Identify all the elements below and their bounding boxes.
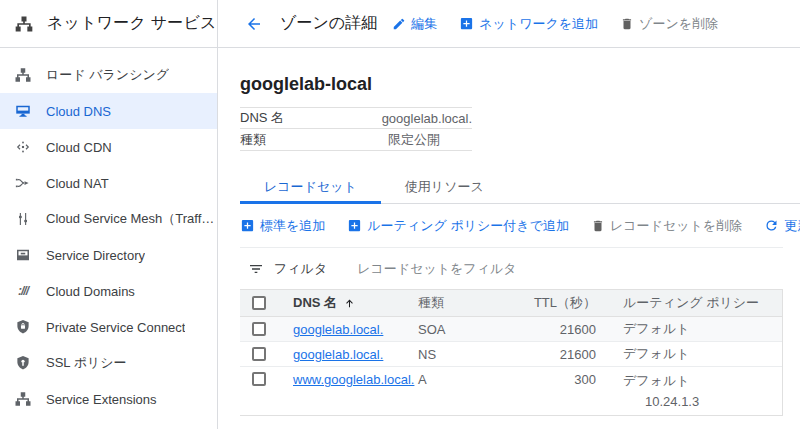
content-area: googlelab-local DNS 名 googlelab.local. 種… — [218, 48, 800, 429]
record-ttl: 21600 — [516, 322, 596, 337]
record-routing-policy-cell: デフォルト 10.24.1.3 — [596, 372, 782, 409]
sidebar-item-private-service-connect[interactable]: Private Service Connect — [0, 309, 217, 345]
network-services-icon — [14, 14, 34, 34]
record-data-value: 10.24.1.3 — [623, 394, 782, 409]
filter-label: フィルタ — [274, 260, 327, 278]
add-network-button-label: ネットワークを追加 — [479, 15, 598, 33]
record-routing-policy: デフォルト — [596, 345, 782, 363]
add-standard-label: 標準を追加 — [260, 217, 325, 235]
sidebar-item-label: Cloud DNS — [46, 104, 111, 119]
column-header-ttl[interactable]: TTL（秒） — [516, 294, 596, 312]
record-routing-policy: デフォルト — [596, 320, 782, 338]
sidebar-item-label: Private Service Connect — [46, 320, 185, 335]
tab-bar: レコードセット 使用リソース — [240, 170, 800, 204]
main-area: ゾーンの詳細 編集 ネットワークを追加 ゾーンを削除 googlelab-loc… — [218, 0, 800, 429]
load-balancing-icon — [14, 66, 32, 84]
refresh-label: 更新 — [784, 217, 800, 235]
back-button[interactable] — [245, 15, 263, 33]
delete-record-set-label: レコードセットを削除 — [610, 217, 742, 235]
sidebar-item-label: Cloud CDN — [46, 140, 112, 155]
sidebar-header: ネットワーク サービス — [0, 0, 217, 48]
record-type: A — [418, 372, 516, 387]
column-header-routing-policy[interactable]: ルーティング ポリシー — [596, 294, 782, 312]
delete-zone-button[interactable]: ゾーンを削除 — [620, 15, 718, 33]
topbar: ゾーンの詳細 編集 ネットワークを追加 ゾーンを削除 — [218, 0, 800, 48]
sort-ascending-icon — [344, 297, 355, 310]
record-ttl: 300 — [516, 372, 596, 387]
sidebar-item-label: SSL ポリシー — [46, 354, 127, 372]
detail-row-dns-name: DNS 名 googlelab.local. — [240, 107, 472, 129]
sidebar-nav: ロード バランシング Cloud DNS Cloud CDN Cloud NAT — [0, 48, 217, 417]
cloud-dns-icon — [14, 102, 32, 120]
tab-in-use-by[interactable]: 使用リソース — [381, 170, 508, 203]
filter-input-placeholder[interactable]: レコードセットをフィルタ — [357, 260, 516, 278]
edit-button[interactable]: 編集 — [392, 15, 437, 33]
add-box-icon — [347, 218, 362, 233]
sidebar-item-cloud-nat[interactable]: Cloud NAT — [0, 165, 217, 201]
tab-record-sets[interactable]: レコードセット — [240, 170, 381, 203]
trash-icon — [591, 219, 605, 233]
sidebar-item-cloud-dns[interactable]: Cloud DNS — [0, 93, 217, 129]
select-all-checkbox[interactable] — [252, 296, 266, 310]
add-with-routing-policy-button[interactable]: ルーティング ポリシー付きで追加 — [347, 217, 569, 235]
delete-record-set-button[interactable]: レコードセットを削除 — [591, 217, 742, 235]
record-link[interactable]: googlelab.local. — [293, 322, 383, 337]
sidebar-item-cloud-service-mesh[interactable]: Cloud Service Mesh（Traffic... — [0, 201, 217, 237]
refresh-icon — [764, 218, 779, 233]
record-actions-bar: 標準を追加 ルーティング ポリシー付きで追加 レコードセットを削除 更新 — [240, 204, 800, 247]
sidebar-item-load-balancing[interactable]: ロード バランシング — [0, 57, 217, 93]
sidebar-item-label: Service Extensions — [46, 392, 157, 407]
sidebar-item-service-directory[interactable]: Service Directory — [0, 237, 217, 273]
row-checkbox[interactable] — [252, 347, 266, 361]
sidebar-title: ネットワーク サービス — [47, 13, 217, 34]
add-standard-button[interactable]: 標準を追加 — [240, 217, 325, 235]
record-routing-policy: デフォルト — [623, 372, 782, 390]
zone-name-title: googlelab-local — [240, 74, 800, 95]
topbar-actions: 編集 ネットワークを追加 ゾーンを削除 — [392, 15, 718, 33]
row-checkbox[interactable] — [252, 372, 266, 386]
edit-button-label: 編集 — [411, 15, 437, 33]
detail-value: 限定公開 — [388, 131, 440, 149]
filter-bar[interactable]: フィルタ レコードセットをフィルタ — [240, 247, 783, 289]
sidebar-item-label: Service Directory — [46, 248, 145, 263]
table-row: googlelab.local. SOA 21600 デフォルト — [240, 317, 782, 342]
table-row: www.googlelab.local. A 300 デフォルト 10.24.1… — [240, 367, 782, 416]
column-header-dns-name[interactable]: DNS 名 — [293, 294, 418, 312]
detail-label: DNS 名 — [240, 109, 382, 127]
cloud-cdn-icon — [14, 138, 32, 156]
row-checkbox[interactable] — [252, 322, 266, 336]
record-type: NS — [418, 347, 516, 362]
table-header-row: DNS 名 種類 TTL（秒） ルーティング ポリシー — [240, 289, 782, 317]
add-network-button[interactable]: ネットワークを追加 — [459, 15, 598, 33]
sidebar-item-cloud-domains[interactable]: :/// Cloud Domains — [0, 273, 217, 309]
service-extensions-icon — [14, 390, 32, 408]
record-type: SOA — [418, 322, 516, 337]
sidebar-item-label: ロード バランシング — [46, 66, 169, 84]
app-window: ネットワーク サービス ロード バランシング Cloud DNS Cloud C… — [0, 0, 800, 429]
sidebar-item-cloud-cdn[interactable]: Cloud CDN — [0, 129, 217, 165]
service-directory-icon — [14, 246, 32, 264]
add-box-icon — [459, 16, 474, 31]
service-mesh-icon — [14, 210, 32, 228]
delete-zone-button-label: ゾーンを削除 — [639, 15, 718, 33]
private-service-connect-icon — [14, 318, 32, 336]
sidebar-item-service-extensions[interactable]: Service Extensions — [0, 381, 217, 417]
record-ttl: 21600 — [516, 347, 596, 362]
record-link[interactable]: www.googlelab.local. — [293, 372, 414, 387]
sidebar: ネットワーク サービス ロード バランシング Cloud DNS Cloud C… — [0, 0, 218, 429]
filter-icon — [248, 261, 264, 277]
sidebar-item-label: Cloud NAT — [46, 176, 109, 191]
select-all-cell — [240, 296, 293, 310]
trash-icon — [620, 17, 634, 31]
add-box-icon — [240, 218, 255, 233]
sidebar-item-ssl-policy[interactable]: SSL ポリシー — [0, 345, 217, 381]
detail-label: 種類 — [240, 131, 388, 149]
column-header-type[interactable]: 種類 — [418, 294, 516, 312]
sidebar-item-label: Cloud Domains — [46, 284, 135, 299]
page-title: ゾーンの詳細 — [280, 13, 377, 34]
arrow-back-icon — [245, 15, 263, 33]
sidebar-item-label: Cloud Service Mesh（Traffic... — [46, 210, 217, 228]
refresh-button[interactable]: 更新 — [764, 217, 800, 235]
cloud-domains-icon: :/// — [14, 282, 32, 300]
record-link[interactable]: googlelab.local. — [293, 347, 383, 362]
